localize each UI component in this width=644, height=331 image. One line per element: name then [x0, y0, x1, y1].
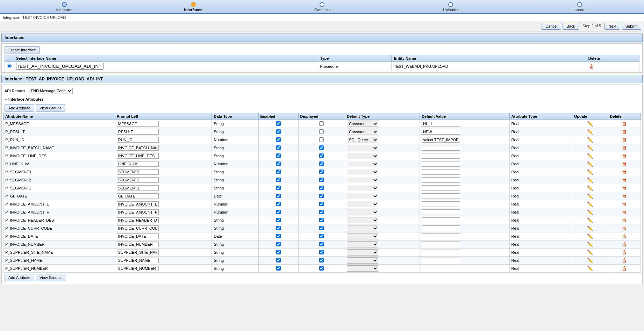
view-groups-button-bottom[interactable]: View Groups [36, 274, 65, 281]
default-value-cell[interactable] [420, 216, 509, 224]
delete-cell[interactable]: 🗑 [608, 136, 641, 144]
enabled-cell[interactable] [258, 128, 298, 136]
delete-cell[interactable]: 🗑 [608, 208, 641, 216]
displayed-cell[interactable] [298, 208, 345, 216]
enabled-checkbox[interactable] [276, 186, 281, 190]
delete-button[interactable]: 🗑 [621, 209, 628, 215]
prompt-cell[interactable] [115, 216, 212, 224]
delete-cell[interactable]: 🗑 [608, 168, 641, 176]
displayed-cell[interactable] [298, 224, 345, 232]
default-value-cell[interactable] [420, 208, 509, 216]
displayed-checkbox[interactable] [319, 153, 324, 158]
prompt-cell[interactable] [115, 208, 212, 216]
wizard-step-integrator[interactable]: Integrator [43, 2, 85, 12]
update-button[interactable]: ✏️ [586, 225, 594, 231]
default-value-input[interactable] [422, 225, 460, 231]
displayed-cell[interactable] [298, 184, 345, 192]
interface-select-radio[interactable] [5, 62, 14, 71]
wizard-step-interfaces[interactable]: Interfaces [172, 2, 214, 12]
delete-button[interactable]: 🗑 [621, 177, 628, 183]
delete-cell[interactable]: 🗑 [608, 257, 641, 265]
displayed-cell[interactable] [298, 249, 345, 257]
default-type-cell[interactable]: ConstantSQL QueryProfileSequence [345, 240, 420, 249]
default-value-input[interactable] [422, 242, 460, 247]
displayed-checkbox[interactable] [319, 210, 324, 214]
default-value-input[interactable] [422, 217, 460, 223]
enabled-cell[interactable] [258, 224, 298, 232]
enabled-checkbox[interactable] [276, 210, 281, 214]
prompt-cell[interactable] [115, 192, 212, 200]
delete-button[interactable]: 🗑 [621, 129, 628, 135]
displayed-cell[interactable] [298, 240, 345, 249]
enabled-checkbox[interactable] [276, 226, 281, 230]
update-cell[interactable]: ✏️ [572, 184, 608, 192]
enabled-cell[interactable] [258, 160, 298, 168]
submit-button[interactable]: Submit [622, 23, 641, 30]
enabled-checkbox[interactable] [276, 153, 281, 158]
default-value-input[interactable] [422, 177, 460, 183]
enabled-cell[interactable] [258, 232, 298, 240]
delete-cell[interactable]: 🗑 [608, 192, 641, 200]
delete-button[interactable]: 🗑 [621, 153, 628, 159]
update-button[interactable]: ✏️ [586, 145, 594, 151]
default-type-select[interactable]: ConstantSQL QueryProfileSequence [347, 177, 378, 183]
delete-cell[interactable]: 🗑 [608, 160, 641, 168]
prompt-cell[interactable] [115, 184, 212, 192]
displayed-cell[interactable] [298, 160, 345, 168]
default-type-cell[interactable]: ConstantSQL QueryProfileSequence [345, 184, 420, 192]
displayed-cell[interactable] [298, 257, 345, 265]
default-value-cell[interactable] [420, 224, 509, 232]
enabled-cell[interactable] [258, 249, 298, 257]
delete-button[interactable]: 🗑 [621, 121, 628, 127]
delete-cell[interactable]: 🗑 [608, 240, 641, 249]
default-type-cell[interactable]: ConstantSQL QueryProfileSequence [345, 168, 420, 176]
default-value-input[interactable] [422, 129, 460, 135]
update-cell[interactable]: ✏️ [572, 208, 608, 216]
default-type-cell[interactable]: ConstantSQL QueryProfileSequence [345, 216, 420, 224]
enabled-checkbox[interactable] [276, 121, 281, 126]
enabled-cell[interactable] [258, 200, 298, 208]
default-type-select[interactable]: ConstantSQL QueryProfileSequence [347, 233, 378, 239]
displayed-checkbox[interactable] [319, 145, 324, 150]
displayed-checkbox[interactable] [319, 250, 324, 254]
delete-cell[interactable]: 🗑 [608, 176, 641, 184]
update-cell[interactable]: ✏️ [572, 249, 608, 257]
displayed-cell[interactable] [298, 136, 345, 144]
default-type-cell[interactable]: ConstantSQL QueryProfileSequence [345, 265, 420, 273]
next-button[interactable]: Next [604, 23, 620, 30]
enabled-checkbox[interactable] [276, 129, 281, 134]
prompt-input[interactable] [117, 250, 159, 255]
prompt-input[interactable] [117, 153, 159, 159]
default-type-select[interactable]: ConstantSQL QueryProfileSequence [347, 185, 378, 191]
default-type-select[interactable]: ConstantSQL QueryProfileSequence [347, 137, 378, 143]
default-value-cell[interactable] [420, 128, 509, 136]
displayed-cell[interactable] [298, 128, 345, 136]
enabled-checkbox[interactable] [276, 145, 281, 150]
default-type-cell[interactable]: ConstantSQL QueryProfileSequence [345, 152, 420, 160]
delete-cell[interactable]: 🗑 [608, 216, 641, 224]
default-type-select[interactable]: ConstantSQL QueryProfileSequence [347, 201, 378, 207]
update-button[interactable]: ✏️ [586, 250, 594, 255]
delete-button[interactable]: 🗑 [621, 225, 628, 231]
default-value-cell[interactable] [420, 240, 509, 249]
delete-button[interactable]: 🗑 [621, 233, 628, 239]
default-type-select[interactable]: ConstantSQL QueryProfileSequence [347, 265, 378, 272]
delete-button[interactable]: 🗑 [621, 201, 628, 207]
update-button[interactable]: ✏️ [586, 266, 594, 271]
displayed-cell[interactable] [298, 216, 345, 224]
update-button[interactable]: ✏️ [586, 233, 594, 239]
default-value-input[interactable] [422, 153, 460, 159]
enabled-cell[interactable] [258, 257, 298, 265]
default-value-cell[interactable] [420, 192, 509, 200]
displayed-checkbox[interactable] [319, 242, 324, 246]
enabled-cell[interactable] [258, 184, 298, 192]
displayed-checkbox[interactable] [319, 186, 324, 190]
enabled-checkbox[interactable] [276, 202, 281, 206]
prompt-input[interactable] [117, 225, 159, 231]
prompt-input[interactable] [117, 201, 159, 207]
delete-cell[interactable]: 🗑 [608, 265, 641, 273]
enabled-cell[interactable] [258, 176, 298, 184]
update-cell[interactable]: ✏️ [572, 144, 608, 152]
displayed-checkbox[interactable] [319, 194, 324, 198]
prompt-cell[interactable] [115, 265, 212, 273]
